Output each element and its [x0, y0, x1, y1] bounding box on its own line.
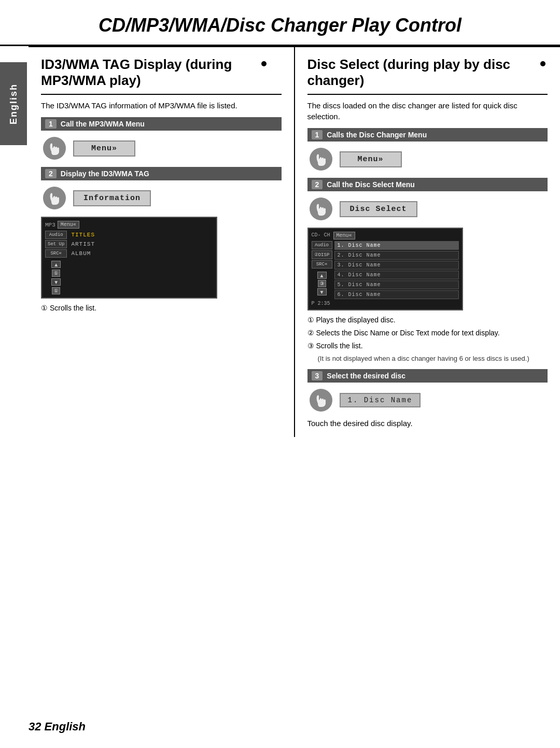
right-step1-num: 1	[312, 130, 323, 139]
content-area: ID3/WMA TAG Display (during MP3/WMA play…	[29, 46, 560, 437]
cdch-disc-2[interactable]: 2. Disc Name	[334, 251, 459, 260]
cdch-disc-4[interactable]: 4. Disc Name	[334, 271, 459, 279]
cdch-disc-3[interactable]: 3. Disc Name	[334, 261, 459, 270]
page-title: CD/MP3/WMA/Disc Changer Play Control	[0, 0, 560, 46]
right-step1-label: Calls the Disc Changer Menu	[327, 131, 427, 139]
footer-page-number: 32 English	[29, 720, 86, 733]
right-section-desc: The discs loaded on the disc changer are…	[307, 100, 548, 122]
left-section-title: ID3/WMA TAG Display (during MP3/WMA play…	[41, 57, 282, 89]
left-step2-bar: 2 Display the ID3/WMA TAG	[41, 167, 282, 180]
right-divider	[307, 94, 548, 95]
mp3-up-arrow[interactable]: ▲	[51, 261, 61, 268]
cdch-header: CD- CH	[312, 232, 330, 238]
cdch-disc-6[interactable]: 6. Disc Name	[334, 290, 459, 299]
mp3-audio-btn[interactable]: Audio	[45, 231, 67, 239]
cdch-sidebar: Audio ②DISP SRC« ▲ ③ ▼	[312, 241, 332, 299]
step3-disc-name-button[interactable]: 1. Disc Name	[340, 393, 421, 407]
right-step1-bar: 1 Calls the Disc Changer Menu	[307, 128, 548, 142]
left-step1-bar: 1 Call the MP3/WMA Menu	[41, 117, 282, 131]
cdch-footer: P 2:35	[312, 301, 459, 306]
mp3-menu-btn[interactable]: Menu«	[58, 221, 79, 229]
cdch-menu-btn[interactable]: Menu«	[333, 232, 355, 239]
right-step2-num: 2	[312, 180, 323, 189]
hand-icon-left1	[41, 135, 68, 162]
hand-icon-right1	[307, 146, 334, 173]
cdch-disc-1[interactable]: 1. Disc Name	[334, 241, 459, 250]
right-step2-button[interactable]: Disc Select	[340, 201, 417, 217]
mp3-row-album: ALBUM	[69, 249, 213, 258]
right-note-1: ① Plays the displayed disc.	[307, 315, 548, 326]
touch-desc: Touch the desired disc display.	[307, 419, 548, 428]
mp3-screen: MP3 Menu« Audio Set Up SRC« ▲ ① ▼ ①	[41, 217, 217, 299]
right-step3-bar: 3 Select the desired disc	[307, 369, 548, 383]
mp3-row-artist: ARTIST	[69, 240, 213, 248]
right-step3-screen: 1. Disc Name	[307, 387, 548, 414]
right-step1-screen: Menu»	[307, 146, 548, 173]
left-divider	[41, 94, 282, 95]
right-step1-button[interactable]: Menu»	[340, 151, 402, 167]
left-step2-button[interactable]: Information	[73, 190, 151, 206]
right-step3-label: Select the desired disc	[327, 372, 405, 380]
left-step1-screen: Menu»	[41, 135, 282, 162]
right-note-4: (It is not displayed when a disc changer…	[318, 354, 548, 364]
right-step3-num: 3	[312, 371, 323, 380]
hand-icon-right3	[307, 387, 334, 414]
right-step2-label: Call the Disc Select Menu	[327, 180, 415, 189]
mp3-down-arrow[interactable]: ▼	[51, 278, 61, 286]
right-notes: ① Plays the displayed disc. ② Selects th…	[307, 315, 548, 364]
left-step1-num: 1	[45, 119, 57, 129]
left-step2-screen: Information	[41, 185, 282, 211]
right-section-title: Disc Select (during play by disc changer…	[307, 57, 548, 89]
cdch-disp-btn[interactable]: ②DISP	[312, 250, 332, 259]
left-section-desc: The ID3/WMA TAG information of MP3/WMA f…	[41, 100, 282, 111]
mp3-screen-header: MP3 Menu«	[45, 221, 213, 229]
cdch-layout: Audio ②DISP SRC« ▲ ③ ▼ 1. Disc Name 2. D…	[312, 241, 459, 299]
hand-icon-right2	[307, 195, 334, 222]
mp3-row-titles: TITLES	[69, 231, 213, 239]
cdch-src-btn[interactable]: SRC«	[312, 260, 332, 269]
cdch-disc-list: 1. Disc Name 2. Disc Name 3. Disc Name 4…	[334, 241, 459, 299]
right-step2-bar: 2 Call the Disc Select Menu	[307, 178, 548, 191]
hand-icon-left2	[41, 185, 68, 211]
cdch-screen: CD- CH Menu« Audio ②DISP SRC« ▲ ③ ▼ 1. D…	[307, 228, 463, 311]
left-column: ID3/WMA TAG Display (during MP3/WMA play…	[29, 47, 295, 437]
cdch-disc-5[interactable]: 5. Disc Name	[334, 280, 459, 289]
mp3-label: MP3	[45, 222, 55, 228]
right-note-2: ② Selects the Disc Name or Disc Text mod…	[307, 328, 548, 338]
cdch-audio-btn[interactable]: Audio	[312, 241, 332, 249]
left-note: ① Scrolls the list.	[41, 303, 282, 314]
right-step2-screen: Disc Select	[307, 195, 548, 222]
cdch-up-arrow[interactable]: ▲	[317, 272, 327, 279]
mp3-setup-btn[interactable]: Set Up	[45, 240, 67, 248]
dot-marker-top-left	[261, 61, 267, 66]
mp3-src-btn[interactable]: SRC«	[45, 249, 67, 258]
cdch-down-arrow[interactable]: ▼	[317, 288, 327, 295]
right-note-3: ③ Scrolls the list.	[307, 341, 548, 351]
mp3-screen-wrapper: MP3 Menu« Audio Set Up SRC« ▲ ① ▼ ①	[41, 217, 282, 299]
sidebar-english-label: English	[0, 62, 27, 145]
left-step2-label: Display the ID3/WMA TAG	[61, 170, 149, 178]
dot-marker-top-right	[540, 61, 545, 66]
right-column: Disc Select (during play by disc changer…	[295, 47, 561, 437]
left-step2-num: 2	[45, 169, 57, 178]
left-step1-label: Call the MP3/WMA Menu	[61, 120, 145, 128]
left-step1-button[interactable]: Menu»	[73, 140, 135, 157]
